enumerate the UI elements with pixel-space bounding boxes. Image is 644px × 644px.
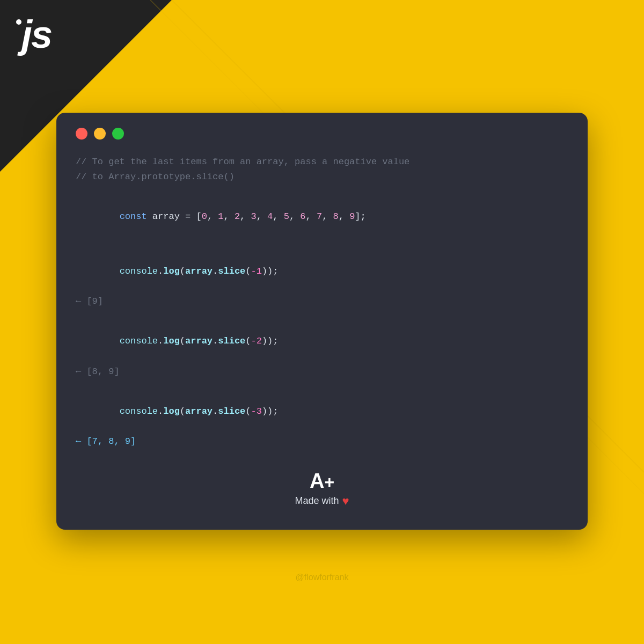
output-1: ← [9] (76, 294, 568, 309)
brand-footer: A+ Made with ♥ (76, 471, 568, 508)
background: js // To get the last items from an arra… (0, 0, 644, 644)
made-with-text: Made with ♥ (295, 494, 349, 508)
const-line: const array = [0, 1, 2, 3, 4, 5, 6, 7, 8… (76, 194, 568, 239)
brand-a: A (310, 470, 324, 492)
output-3: ← [7, 8, 9] (76, 434, 568, 449)
orange-light (94, 128, 106, 140)
call-1: console.log(array.slice(-1)); (76, 249, 568, 294)
heart-icon: ♥ (342, 494, 349, 508)
traffic-lights (76, 128, 568, 140)
red-light (76, 128, 87, 140)
code-card: // To get the last items from an array, … (56, 113, 588, 530)
call-3: console.log(array.slice(-3)); (76, 389, 568, 434)
call-2: console.log(array.slice(-2)); (76, 319, 568, 364)
js-dot (16, 19, 21, 25)
code-block: // To get the last items from an array, … (76, 155, 568, 449)
array-var: array (147, 211, 185, 222)
const-keyword: const (120, 211, 147, 222)
brand-logo: A+ (310, 471, 334, 491)
attribution: @flowforfrank (0, 573, 644, 582)
brand-plus: + (324, 472, 334, 492)
output-2: ← [8, 9] (76, 364, 568, 379)
comment-line-2: // to Array.prototype.slice() (76, 170, 568, 185)
js-logo: js (16, 15, 52, 54)
comment-line-1: // To get the last items from an array, … (76, 155, 568, 170)
green-light (112, 128, 124, 140)
